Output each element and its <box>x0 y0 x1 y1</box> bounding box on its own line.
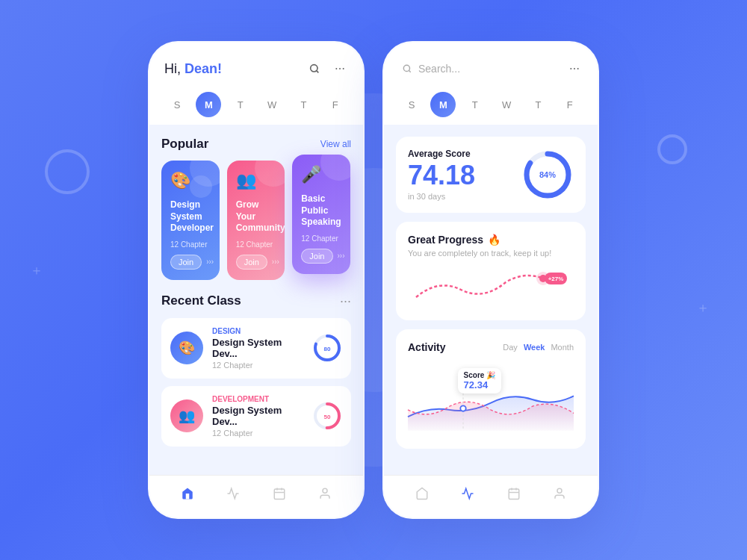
nav-profile[interactable] <box>316 485 334 503</box>
card-chapter-speaking: 12 Chapter <box>301 234 341 243</box>
card-chapter-design: 12 Chapter <box>170 240 211 249</box>
svg-point-0 <box>311 65 317 72</box>
avg-score-left: Average Score 74.18 in 30 days <box>408 149 475 201</box>
join-button-speaking[interactable]: Join <box>301 249 332 264</box>
right-phone-body: Average Score 74.18 in 30 days 84% <box>384 125 598 475</box>
right-nav-profile[interactable] <box>551 485 568 503</box>
avg-score-label: Average Score <box>408 149 475 159</box>
bg-decor-circle-2 <box>657 134 687 164</box>
svg-point-3 <box>343 68 344 69</box>
course-card-design[interactable]: 🎨 Design System Developer 12 Chapter Joi… <box>161 161 220 280</box>
right-day-m-active[interactable]: M <box>430 92 456 117</box>
right-day-t2[interactable]: T <box>525 92 551 117</box>
progress-ring-development: 50 <box>312 401 342 431</box>
avg-score-period: in 30 days <box>408 192 475 201</box>
right-day-f[interactable]: F <box>557 92 583 117</box>
svg-point-26 <box>460 405 465 411</box>
tab-day[interactable]: Day <box>503 343 518 352</box>
svg-point-31 <box>557 488 562 493</box>
card-title-design: Design System Developer <box>170 199 211 234</box>
recent-name-design: Design System Dev... <box>212 337 303 359</box>
recent-category-development: DEVELOPMENT <box>212 395 303 403</box>
nav-calendar[interactable] <box>270 485 288 503</box>
join-button-design[interactable]: Join <box>170 255 202 270</box>
course-card-community[interactable]: 👥 Grow Your Community 12 Chapter Join ››… <box>227 161 285 280</box>
activity-title: Activity <box>408 341 446 353</box>
svg-text:80: 80 <box>324 346 331 352</box>
card-join-row-community: Join ››› <box>236 255 276 270</box>
svg-point-2 <box>339 68 341 69</box>
svg-point-15 <box>403 65 409 71</box>
right-nav-home[interactable] <box>413 485 431 503</box>
svg-point-14 <box>323 488 327 493</box>
day-s[interactable]: S <box>164 92 190 117</box>
arrow-dots-community: ››› <box>272 258 279 266</box>
nav-stats[interactable] <box>224 485 242 503</box>
search-placeholder: Search... <box>418 63 460 75</box>
recent-icon-development: 👥 <box>170 399 203 432</box>
right-day-t1[interactable]: T <box>462 92 488 117</box>
recent-chapter-design: 12 Chapter <box>212 361 303 370</box>
right-more-icon[interactable] <box>566 60 583 77</box>
left-bottom-nav <box>149 475 363 517</box>
search-bar: Search... <box>399 63 463 75</box>
greeting-prefix: Hi, <box>164 61 185 76</box>
recent-item-development[interactable]: 👥 DEVELOPMENT Design System Dev... 12 Ch… <box>161 386 351 447</box>
recent-name-development: Design System Dev... <box>212 405 303 427</box>
right-phone-header: Search... <box>384 43 598 84</box>
recent-item-design[interactable]: 🎨 DESIGN Design System Dev... 12 Chapter… <box>161 318 351 379</box>
left-phone-header: Hi, Dean! <box>149 43 363 84</box>
recent-info-design: DESIGN Design System Dev... 12 Chapter <box>212 327 303 370</box>
left-phone: Hi, Dean! S M T W T F <box>148 41 365 519</box>
day-m-active[interactable]: M <box>196 92 221 117</box>
donut-label: 84% <box>539 170 556 179</box>
svg-text:50: 50 <box>324 414 331 420</box>
recent-category-design: DESIGN <box>212 327 303 335</box>
right-day-selector: S M T W T F <box>384 84 598 125</box>
right-nav-calendar[interactable] <box>505 485 523 503</box>
nav-home[interactable] <box>179 485 196 503</box>
left-phone-inner: Hi, Dean! S M T W T F <box>149 43 363 517</box>
score-tooltip-value: 72.34 <box>464 379 489 391</box>
bg-decor-plus-1: ＋ <box>30 261 43 279</box>
avg-score-value: 74.18 <box>408 162 475 189</box>
recent-more-button[interactable]: ··· <box>340 293 351 309</box>
progress-header: Great Progress 🔥 <box>408 234 574 246</box>
more-icon[interactable] <box>332 60 348 77</box>
activity-section: Activity Day Week Month Score 🎉72.34 <box>396 329 586 449</box>
tab-week[interactable]: Week <box>524 343 545 352</box>
bg-decor-plus-2: ＋ <box>696 299 710 317</box>
recent-info-development: DEVELOPMENT Design System Dev... 12 Chap… <box>212 395 303 438</box>
course-card-speaking[interactable]: 🎤 Basic Public Speaking 12 Chapter Join … <box>292 155 350 274</box>
left-day-selector: S M T W T F <box>149 84 363 125</box>
progress-ring-design: 80 <box>312 333 342 363</box>
day-f[interactable]: F <box>323 92 348 117</box>
right-nav-stats[interactable] <box>459 485 477 503</box>
donut-chart: 84% <box>521 149 574 201</box>
progress-title: Great Progress <box>408 234 483 246</box>
svg-point-1 <box>335 68 337 69</box>
activity-chart: Score 🎉72.34 <box>408 362 574 437</box>
tab-month[interactable]: Month <box>551 343 574 352</box>
day-t1[interactable]: T <box>228 92 253 117</box>
great-progress-section: Great Progress 🔥 You are completely on t… <box>396 222 586 320</box>
right-day-s[interactable]: S <box>399 92 424 117</box>
activity-header: Activity Day Week Month <box>408 341 574 353</box>
view-all-button[interactable]: View all <box>320 139 351 149</box>
join-button-community[interactable]: Join <box>236 255 267 270</box>
recent-chapter-development: 12 Chapter <box>212 429 303 438</box>
activity-tabs: Day Week Month <box>503 343 574 352</box>
day-t2[interactable]: T <box>291 92 316 117</box>
day-w[interactable]: W <box>259 92 285 117</box>
recent-title: Recent Class <box>161 293 241 308</box>
phones-container: Hi, Dean! S M T W T F <box>148 41 599 519</box>
right-day-w[interactable]: W <box>494 92 519 117</box>
arrow-dots-design: ››› <box>206 258 214 266</box>
card-title-community: Grow Your Community <box>236 199 276 234</box>
greeting-name: Dean! <box>185 61 222 76</box>
left-phone-body: Popular View all 🎨 Design System Develop… <box>149 125 363 475</box>
search-icon[interactable] <box>306 60 323 77</box>
recent-icon-design: 🎨 <box>170 332 203 364</box>
course-cards: 🎨 Design System Developer 12 Chapter Joi… <box>161 161 351 280</box>
right-phone: Search... S M T W T F Averag <box>382 41 599 519</box>
